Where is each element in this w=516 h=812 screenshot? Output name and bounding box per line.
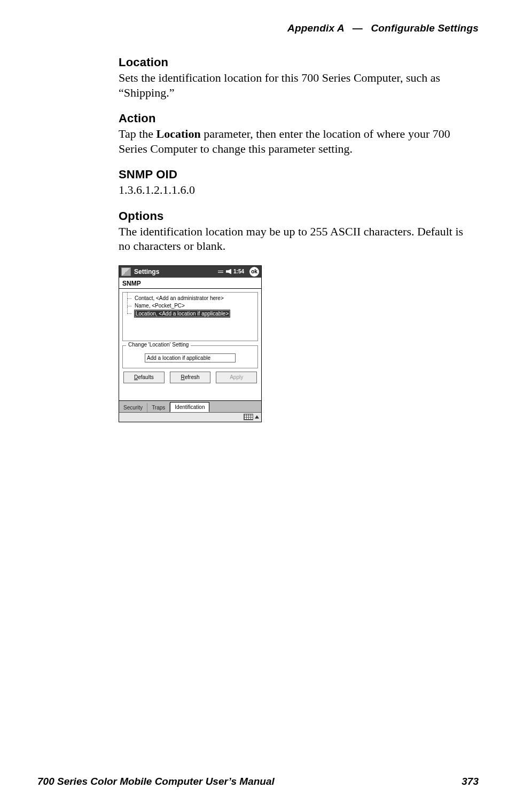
window-title: Settings bbox=[134, 268, 214, 275]
button-accel: R bbox=[181, 374, 184, 380]
tree-branch-icon bbox=[125, 295, 132, 302]
change-setting-group: Change 'Location' Setting bbox=[122, 345, 258, 368]
tree-item-label: Contact, <Add an administrator here> bbox=[135, 295, 224, 301]
page-footer: 700 Series Color Mobile Computer User’s … bbox=[37, 776, 479, 787]
start-flag-icon[interactable] bbox=[121, 267, 131, 276]
footer-page-number: 373 bbox=[462, 776, 479, 787]
tree-item-location[interactable]: Location, <Add a location if applicable> bbox=[124, 310, 256, 318]
heading-snmp-oid: SNMP OID bbox=[119, 168, 471, 182]
tree-item-contact[interactable]: Contact, <Add an administrator here> bbox=[124, 295, 256, 302]
body-action-bold: Location bbox=[157, 127, 201, 140]
button-accel: A bbox=[230, 374, 233, 380]
tree-branch-icon bbox=[125, 303, 132, 309]
apply-button: Apply bbox=[216, 372, 257, 383]
body-options: The identification location may be up to… bbox=[119, 224, 471, 254]
heading-action: Action bbox=[119, 112, 471, 125]
heading-options: Options bbox=[119, 209, 471, 223]
ok-button[interactable]: ok bbox=[249, 267, 259, 277]
body-action: Tap the Location parameter, then enter t… bbox=[119, 127, 471, 156]
tab-security[interactable]: Security bbox=[119, 403, 147, 412]
titlebar: Settings 1:54 ok bbox=[119, 266, 261, 278]
tree-branch-icon bbox=[125, 310, 132, 317]
header-title: Configurable Settings bbox=[371, 22, 479, 34]
button-rest: pply bbox=[233, 374, 243, 380]
pocketpc-window: Settings 1:54 ok SNMP Contact, <Add an a… bbox=[119, 265, 262, 422]
body-snmp-oid: 1.3.6.1.2.1.1.6.0 bbox=[119, 183, 471, 198]
embedded-screenshot: Settings 1:54 ok SNMP Contact, <Add an a… bbox=[119, 265, 471, 422]
content: Location Sets the identification locatio… bbox=[119, 56, 471, 422]
header-appendix: Appendix A bbox=[287, 22, 344, 34]
running-header: Appendix A — Configurable Settings bbox=[37, 22, 479, 34]
refresh-button[interactable]: Refresh bbox=[170, 372, 211, 383]
group-legend: Change 'Location' Setting bbox=[126, 342, 191, 348]
connectivity-icon[interactable] bbox=[217, 269, 224, 274]
button-rest: efresh bbox=[185, 374, 200, 380]
sip-bar bbox=[119, 412, 261, 422]
button-rest: efaults bbox=[138, 374, 153, 380]
location-input[interactable] bbox=[145, 353, 236, 362]
defaults-button[interactable]: Defaults bbox=[123, 372, 165, 383]
speaker-icon[interactable] bbox=[226, 269, 231, 274]
tree-item-name[interactable]: Name, <Pocket_PC> bbox=[124, 302, 256, 310]
body-location: Sets the identification location for thi… bbox=[119, 70, 471, 100]
tree-item-label: Location, <Add a location if applicable> bbox=[135, 310, 230, 317]
sip-arrow-icon[interactable] bbox=[255, 415, 259, 419]
tab-traps[interactable]: Traps bbox=[147, 403, 170, 412]
tree-item-label: Name, <Pocket_PC> bbox=[135, 303, 185, 309]
heading-location: Location bbox=[119, 56, 471, 69]
tree-view[interactable]: Contact, <Add an administrator here> Nam… bbox=[122, 292, 258, 341]
clock: 1:54 bbox=[233, 269, 244, 274]
footer-manual-title: 700 Series Color Mobile Computer User’s … bbox=[37, 776, 275, 787]
body-action-pre: Tap the bbox=[119, 127, 157, 140]
tab-strip: Security Traps Identification bbox=[119, 400, 261, 412]
status-area: 1:54 bbox=[217, 269, 244, 274]
button-row: Defaults Refresh Apply bbox=[119, 368, 261, 387]
tab-identification[interactable]: Identification bbox=[170, 402, 209, 412]
keyboard-icon[interactable] bbox=[244, 414, 253, 420]
app-title: SNMP bbox=[119, 278, 261, 289]
page: Appendix A — Configurable Settings Locat… bbox=[0, 0, 516, 812]
header-separator: — bbox=[353, 22, 363, 34]
